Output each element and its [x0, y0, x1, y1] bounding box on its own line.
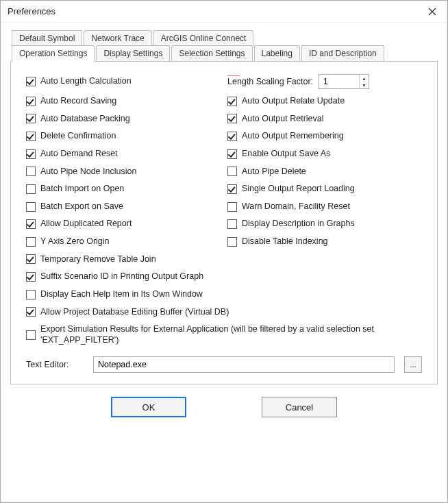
- option-label: Display Description in Graphs: [242, 219, 355, 230]
- checkbox-icon[interactable]: [26, 167, 36, 176]
- tab-display-settings[interactable]: Display Settings: [96, 45, 170, 62]
- checkbox-icon[interactable]: [227, 184, 237, 194]
- option-label: Enable Output Save As: [242, 149, 330, 160]
- checkbox-icon[interactable]: [227, 132, 237, 141]
- option-label: Display Each Help Item in Its Own Window: [40, 289, 203, 300]
- opt-allow-project-db-editing-buffer[interactable]: Allow Project Database Editing Buffer (V…: [26, 307, 422, 318]
- option-label: Warn Domain, Facility Reset: [242, 201, 350, 212]
- opt-export-simulation-results[interactable]: Export Simulation Results for External A…: [26, 324, 422, 345]
- text-editor-label: Text Editor:: [26, 360, 84, 369]
- cancel-button[interactable]: Cancel: [262, 397, 337, 417]
- checkbox-icon[interactable]: [227, 97, 237, 106]
- checkbox-icon[interactable]: [26, 77, 36, 86]
- option-label: Batch Import on Open: [40, 184, 124, 195]
- opt-allow-duplicated-report[interactable]: Allow Duplicated Report: [26, 219, 221, 230]
- option-label: Auto Pipe Node Inclusion: [40, 167, 136, 177]
- option-label: Allow Duplicated Report: [40, 219, 132, 230]
- checkbox-icon[interactable]: [26, 307, 36, 317]
- length-scaling-factor-input[interactable]: [319, 75, 359, 88]
- option-label: Allow Project Database Editing Buffer (V…: [40, 307, 229, 318]
- checkbox-icon[interactable]: [227, 237, 237, 247]
- checkbox-icon[interactable]: [26, 202, 36, 212]
- opt-warn-domain-facility-reset[interactable]: Warn Domain, Facility Reset: [227, 201, 422, 212]
- length-scaling-factor-row: Length Scaling Factor: ▲ ▼: [227, 74, 422, 89]
- window-title: Preferences: [8, 6, 424, 16]
- length-scaling-factor-label: Length Scaling Factor:: [227, 77, 313, 86]
- opt-batch-import-on-open[interactable]: Batch Import on Open: [26, 184, 221, 195]
- opt-suffix-scenario-id[interactable]: Suffix Scenario ID in Printing Output Gr…: [26, 271, 422, 282]
- option-label: Single Output Report Loading: [242, 184, 355, 195]
- checkbox-icon[interactable]: [26, 330, 36, 340]
- checkbox-icon[interactable]: [26, 290, 36, 299]
- opt-delete-confirmation[interactable]: Delete Confirmation: [26, 131, 221, 142]
- checkbox-icon[interactable]: [26, 184, 36, 194]
- tab-selection-settings[interactable]: Selection Settings: [171, 45, 252, 62]
- checkbox-icon[interactable]: [26, 114, 36, 123]
- content-area: Default Symbol Network Trace ArcGIS Onli…: [1, 23, 447, 502]
- tab-default-symbol[interactable]: Default Symbol: [12, 30, 82, 46]
- ok-button[interactable]: OK: [111, 397, 186, 417]
- option-label: Auto Pipe Delete: [242, 167, 306, 177]
- opt-auto-output-retrieval[interactable]: Auto Output Retrieval: [227, 114, 422, 125]
- checkbox-icon[interactable]: [227, 167, 237, 176]
- checkbox-icon[interactable]: [227, 149, 237, 159]
- tab-network-trace[interactable]: Network Trace: [84, 30, 151, 46]
- checkbox-icon[interactable]: [26, 254, 36, 264]
- option-label: Auto Output Retrieval: [242, 114, 324, 125]
- checkbox-icon[interactable]: [26, 149, 36, 159]
- checkbox-icon[interactable]: [227, 202, 237, 212]
- titlebar: Preferences: [1, 1, 447, 23]
- option-label: Auto Record Saving: [40, 96, 116, 107]
- checkbox-icon[interactable]: [227, 114, 237, 123]
- dialog-buttons: OK Cancel: [10, 384, 438, 427]
- tab-id-and-description[interactable]: ID and Description: [301, 45, 384, 62]
- opt-display-description-in-graphs[interactable]: Display Description in Graphs: [227, 219, 422, 230]
- checkbox-icon[interactable]: [227, 219, 237, 229]
- opt-disable-table-indexing[interactable]: Disable Table Indexing: [227, 236, 422, 247]
- option-label: Y Axis Zero Origin: [40, 236, 110, 247]
- opt-auto-database-packing[interactable]: Auto Database Packing: [26, 114, 221, 125]
- opt-auto-output-remembering[interactable]: Auto Output Remembering: [227, 131, 422, 142]
- opt-enable-output-save-as[interactable]: Enable Output Save As: [227, 149, 422, 160]
- option-label: Disable Table Indexing: [242, 236, 328, 247]
- fullwidth-options: Temporary Remove Table Join Suffix Scena…: [26, 254, 422, 346]
- spinner-down-icon[interactable]: ▼: [360, 82, 369, 88]
- opt-batch-export-on-save[interactable]: Batch Export on Save: [26, 201, 221, 212]
- opt-auto-length-calculation[interactable]: Auto Length Calculation: [26, 74, 221, 89]
- spinner-up-icon[interactable]: ▲: [360, 75, 369, 82]
- option-label: Auto Output Relate Update: [242, 96, 345, 107]
- tab-row-2: Operation Settings Display Settings Sele…: [10, 45, 438, 61]
- checkbox-icon[interactable]: [26, 97, 36, 106]
- option-label: Temporary Remove Table Join: [40, 254, 156, 265]
- preferences-window: Preferences Default Symbol Network Trace…: [0, 0, 448, 503]
- option-label: Auto Output Remembering: [242, 131, 344, 142]
- tab-row-1: Default Symbol Network Trace ArcGIS Onli…: [10, 29, 438, 45]
- tab-arcgis-online-connect[interactable]: ArcGIS Online Connect: [153, 30, 254, 46]
- length-scaling-factor-spinner[interactable]: ▲ ▼: [319, 74, 369, 89]
- opt-auto-pipe-node-inclusion[interactable]: Auto Pipe Node Inclusion: [26, 167, 221, 177]
- tab-operation-settings[interactable]: Operation Settings: [12, 45, 95, 62]
- opt-temporary-remove-table-join[interactable]: Temporary Remove Table Join: [26, 254, 422, 265]
- opt-auto-demand-reset[interactable]: Auto Demand Reset: [26, 149, 221, 160]
- browse-button[interactable]: ...: [404, 356, 422, 373]
- checkbox-icon[interactable]: [26, 132, 36, 141]
- opt-auto-output-relate-update[interactable]: Auto Output Relate Update: [227, 96, 422, 107]
- opt-y-axis-zero-origin[interactable]: Y Axis Zero Origin: [26, 236, 221, 247]
- spinner-arrows[interactable]: ▲ ▼: [359, 75, 369, 88]
- option-label: Auto Length Calculation: [40, 76, 132, 87]
- option-label: Export Simulation Results for External A…: [40, 324, 422, 345]
- text-editor-input[interactable]: [93, 356, 395, 373]
- checkbox-icon[interactable]: [26, 219, 36, 229]
- tab-labeling[interactable]: Labeling: [254, 45, 300, 62]
- checkbox-icon[interactable]: [26, 237, 36, 247]
- option-label: Delete Confirmation: [40, 131, 116, 142]
- option-label: Auto Demand Reset: [40, 149, 118, 160]
- option-label: Batch Export on Save: [40, 201, 123, 212]
- option-label: Auto Database Packing: [40, 114, 130, 125]
- opt-auto-record-saving[interactable]: Auto Record Saving: [26, 96, 221, 107]
- opt-single-output-report-loading[interactable]: Single Output Report Loading: [227, 184, 422, 195]
- checkbox-icon[interactable]: [26, 272, 36, 282]
- close-icon[interactable]: [424, 3, 440, 20]
- opt-display-each-help-item[interactable]: Display Each Help Item in Its Own Window: [26, 289, 422, 300]
- opt-auto-pipe-delete[interactable]: Auto Pipe Delete: [227, 167, 422, 177]
